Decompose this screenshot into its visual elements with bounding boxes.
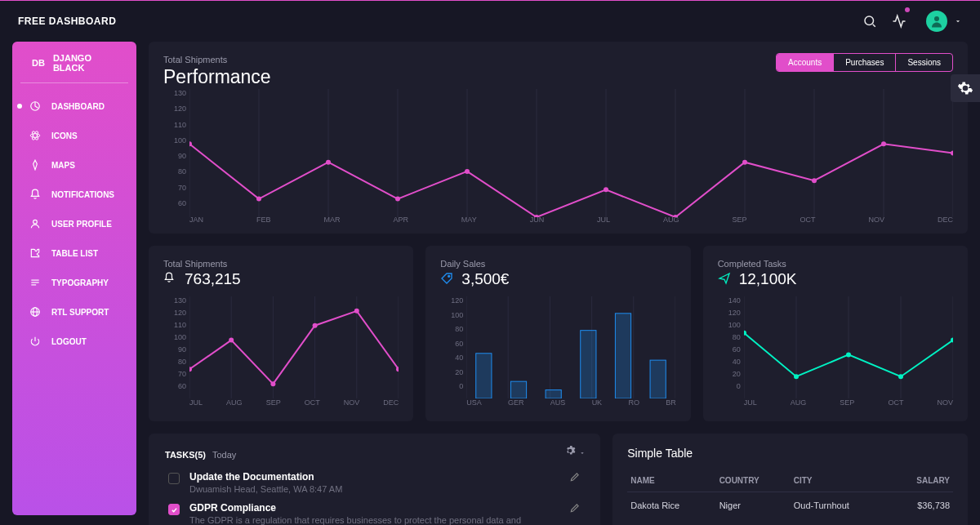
atom-icon	[29, 129, 42, 142]
svg-rect-59	[546, 390, 561, 398]
svg-point-30	[465, 169, 470, 174]
app-brand: FREE DASHBOARD	[18, 16, 116, 27]
sidebar-item-label: NOTIFICATIONS	[51, 190, 114, 199]
svg-point-2	[934, 16, 939, 21]
svg-point-71	[898, 374, 903, 379]
table-title: Simple Table	[627, 447, 953, 460]
table-cell: Dakota Rice	[627, 492, 715, 519]
tasks-tab-0[interactable]: TASKS(5)	[163, 447, 207, 463]
svg-point-0	[865, 16, 874, 25]
svg-point-27	[256, 197, 261, 202]
sidebar-item-label: RTL SUPPORT	[51, 308, 109, 317]
svg-rect-62	[650, 360, 666, 398]
metric-sub: Total Shipments	[163, 259, 399, 269]
metric-value: 12,100K	[739, 270, 797, 288]
metric-sub: Completed Tasks	[718, 259, 953, 269]
metric-value: 763,215	[185, 270, 241, 288]
sidebar-item-logout[interactable]: LOGOUT	[12, 327, 136, 356]
table-cell: Niger	[716, 492, 791, 519]
svg-point-29	[395, 197, 400, 202]
tasks-tab-1[interactable]: Today	[211, 447, 238, 463]
bell-icon	[163, 272, 178, 287]
sidebar: DB DJANGO BLACK DASHBOARDICONSMAPSNOTIFI…	[12, 42, 136, 515]
search-icon[interactable]	[862, 14, 877, 29]
svg-point-7	[33, 220, 38, 224]
sidebar-item-label: ICONS	[51, 131, 78, 140]
table-cell: Oud-Turnhout	[791, 492, 889, 519]
avatar[interactable]	[926, 11, 947, 32]
svg-point-46	[270, 381, 275, 386]
sidebar-item-label: TABLE LIST	[51, 249, 98, 258]
simple-table-card: Simple Table NAMECOUNTRYCITYSALARYDakota…	[612, 434, 968, 525]
sidebar-item-label: USER PROFILE	[51, 220, 112, 229]
sidebar-item-user-profile[interactable]: USER PROFILE	[12, 209, 136, 238]
svg-point-69	[794, 374, 799, 379]
svg-point-50	[448, 275, 450, 277]
svg-point-48	[354, 309, 359, 314]
settings-fab[interactable]	[951, 74, 980, 102]
tag-icon	[440, 272, 455, 287]
send-icon	[718, 272, 733, 287]
svg-point-47	[313, 323, 318, 328]
globe-icon	[29, 305, 42, 318]
sidebar-item-table-list[interactable]: TABLE LIST	[12, 238, 136, 268]
sidebar-item-notifications[interactable]: NOTIFICATIONS	[12, 180, 136, 209]
performance-card: Total Shipments Performance AccountsPurc…	[149, 42, 968, 234]
tab-accounts[interactable]: Accounts	[777, 54, 833, 71]
task-checkbox[interactable]	[168, 504, 180, 515]
puzzle-icon	[29, 247, 42, 260]
svg-point-28	[326, 160, 331, 165]
table-header: CITY	[791, 469, 889, 492]
sidebar-item-label: MAPS	[51, 161, 75, 170]
svg-point-36	[881, 141, 886, 146]
sidebar-badge: DB	[32, 58, 45, 68]
svg-line-1	[873, 24, 875, 27]
task-checkbox[interactable]	[168, 473, 180, 484]
sidebar-item-rtl-support[interactable]: RTL SUPPORT	[12, 297, 136, 327]
sidebar-item-label: DASHBOARD	[51, 102, 105, 111]
task-desc: The GDPR is a regulation that requires b…	[189, 515, 559, 525]
svg-rect-58	[511, 381, 527, 398]
tasks-gear-icon[interactable]	[564, 445, 586, 460]
task-title: GDPR Compliance	[189, 502, 559, 514]
bell-icon	[29, 188, 42, 201]
table-row: Dakota RiceNigerOud-Turnhout$36,738	[627, 492, 953, 519]
svg-rect-57	[476, 354, 492, 398]
sidebar-item-dashboard[interactable]: DASHBOARD	[12, 91, 136, 121]
table-header: SALARY	[889, 469, 953, 492]
metric-card-1: Daily Sales3,500€120100806040200USAGERAU…	[425, 246, 690, 421]
svg-point-34	[742, 160, 747, 165]
sidebar-item-icons[interactable]: ICONS	[12, 121, 136, 150]
tab-purchases[interactable]: Purchases	[833, 54, 895, 71]
table-cell: $36,738	[889, 492, 953, 519]
pin-icon	[29, 158, 42, 171]
chart-icon	[29, 100, 42, 113]
svg-rect-60	[581, 331, 596, 398]
sidebar-item-label: TYPOGRAPHY	[51, 278, 109, 287]
activity-icon[interactable]	[892, 14, 911, 29]
metric-card-2: Completed Tasks12,100K140120100806040200…	[703, 246, 968, 421]
pencil-icon[interactable]	[569, 502, 581, 517]
tab-sessions[interactable]: Sessions	[895, 54, 952, 71]
task-title: Update the Documentation	[189, 471, 559, 483]
table-header: COUNTRY	[716, 469, 791, 492]
table-header: NAME	[627, 469, 715, 492]
pencil-icon[interactable]	[569, 471, 581, 486]
svg-point-37	[951, 151, 953, 156]
svg-point-35	[812, 178, 817, 183]
sidebar-item-maps[interactable]: MAPS	[12, 150, 136, 180]
user-icon	[29, 217, 42, 230]
svg-rect-61	[616, 314, 631, 398]
metric-sub: Daily Sales	[440, 259, 675, 269]
power-icon	[29, 335, 42, 348]
svg-point-4	[30, 134, 40, 138]
sidebar-item-label: LOGOUT	[51, 337, 87, 346]
metric-value: 3,500€	[461, 270, 509, 288]
task-desc: Dwuamish Head, Seattle, WA 8:47 AM	[189, 484, 559, 494]
chevron-down-icon[interactable]	[954, 17, 962, 25]
svg-point-45	[229, 338, 234, 343]
lines-icon	[29, 276, 42, 289]
svg-point-32	[604, 187, 608, 192]
sidebar-item-typography[interactable]: TYPOGRAPHY	[12, 268, 136, 297]
task-row: Update the DocumentationDwuamish Head, S…	[163, 463, 586, 494]
